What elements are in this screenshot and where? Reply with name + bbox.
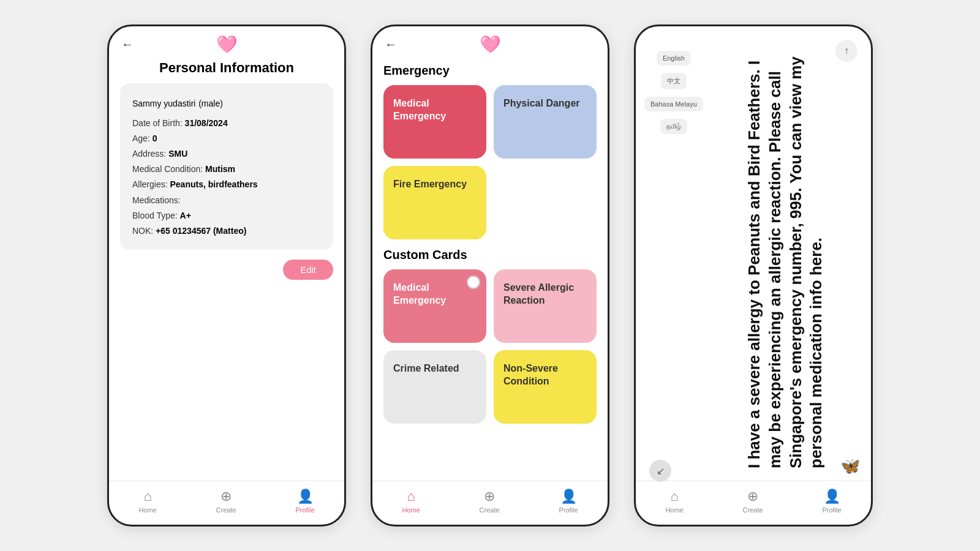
- phone3: ↑ English 中文 Bahasa Melayu தமிழ் I have …: [634, 24, 873, 527]
- home-icon: ⌂: [407, 489, 415, 504]
- nav-create-label: Create: [743, 506, 763, 514]
- phone2-content: Emergency Medical Emergency Physical Dan…: [372, 55, 608, 481]
- phone2-header: ← 🩷: [372, 26, 608, 55]
- page-title: Personal Information: [109, 55, 344, 83]
- nav-profile-label: Profile: [822, 506, 841, 514]
- lang-chinese[interactable]: 中文: [661, 73, 687, 89]
- nav-home-label: Home: [665, 506, 683, 514]
- patient-name: Sammy yudastiri (male): [132, 94, 321, 113]
- blood-row: Blood Type: A+: [132, 208, 321, 223]
- message-area: I have a severe allergy to Peanuts and B…: [708, 39, 871, 481]
- bottom-nav: ⌂ Home ⊕ Create 👤 Profile: [109, 481, 344, 525]
- create-icon: ⊕: [484, 489, 495, 504]
- language-sidebar: English 中文 Bahasa Melayu தமிழ்: [636, 39, 708, 481]
- severe-allergic-reaction-card[interactable]: Severe Allergic Reaction: [494, 269, 597, 343]
- nav-home[interactable]: ⌂ Home: [138, 489, 156, 514]
- address-row: Address: SMU: [132, 146, 321, 162]
- emergency-cards-grid: Medical Emergency Physical Danger Fire E…: [383, 85, 597, 239]
- condition-row: Medical Condition: Mutism: [132, 162, 321, 177]
- nav-home-label: Home: [138, 506, 156, 514]
- nav-create-label: Create: [216, 506, 236, 514]
- nav-create[interactable]: ⊕ Create: [216, 489, 236, 514]
- back-button[interactable]: ←: [385, 37, 397, 51]
- allergies-row: Allergies: Peanuts, birdfeathers: [132, 177, 321, 192]
- edit-button[interactable]: Edit: [283, 260, 333, 280]
- medical-emergency-card[interactable]: Medical Emergency: [383, 85, 486, 159]
- fire-emergency-card[interactable]: Fire Emergency: [383, 166, 486, 239]
- lang-tamil[interactable]: தமிழ்: [660, 119, 687, 134]
- custom-cards-grid: Medical Emergency Severe Allergic Reacti…: [383, 269, 597, 424]
- logo-butterfly-icon: 🦋: [840, 457, 860, 476]
- phone3-inner: English 中文 Bahasa Melayu தமிழ் I have a …: [636, 26, 871, 481]
- nav-profile-label: Profile: [295, 506, 314, 514]
- custom-medical-emergency-card[interactable]: Medical Emergency: [383, 269, 486, 343]
- lang-malay[interactable]: Bahasa Melayu: [644, 97, 703, 111]
- phone1: ← 🩷 Personal Information Sammy yudastiri…: [107, 24, 346, 527]
- nav-home[interactable]: ⌂ Home: [665, 489, 683, 514]
- create-icon: ⊕: [747, 489, 758, 504]
- physical-danger-card[interactable]: Physical Danger: [494, 85, 597, 159]
- profile-icon: 👤: [297, 489, 314, 504]
- back-button[interactable]: ←: [121, 37, 134, 51]
- dob-row: Date of Birth: 31/08/2024: [132, 116, 321, 131]
- phone2: ← 🩷 Emergency Medical Emergency Physical…: [371, 24, 609, 527]
- nav-home-label: Home: [402, 506, 420, 514]
- phone1-header: ← 🩷: [109, 26, 344, 55]
- bottom-nav: ⌂ Home ⊕ Create 👤 Profile: [372, 481, 608, 525]
- logo-icon: 🩷: [216, 34, 238, 54]
- home-icon: ⌂: [143, 489, 151, 504]
- up-button[interactable]: ↑: [835, 40, 858, 62]
- back-diagonal-button[interactable]: ↙: [649, 460, 671, 482]
- logo-icon: 🩷: [480, 34, 501, 54]
- info-card: Sammy yudastiri (male) Date of Birth: 31…: [120, 83, 333, 250]
- profile-icon: 👤: [824, 489, 840, 504]
- home-icon: ⌂: [670, 489, 678, 504]
- lang-english[interactable]: English: [657, 51, 691, 66]
- medications-row: Medications:: [132, 193, 321, 208]
- nav-profile[interactable]: 👤 Profile: [559, 489, 578, 514]
- nav-create-label: Create: [480, 506, 500, 514]
- non-severe-condition-card[interactable]: Non-Severe Condition: [494, 350, 597, 424]
- nav-profile[interactable]: 👤 Profile: [822, 489, 841, 514]
- nav-create[interactable]: ⊕ Create: [480, 489, 500, 514]
- nav-profile-label: Profile: [559, 506, 578, 514]
- custom-section-title: Custom Cards: [383, 248, 597, 262]
- crime-related-card[interactable]: Crime Related: [383, 350, 486, 424]
- nav-home[interactable]: ⌂ Home: [402, 489, 420, 514]
- create-icon: ⊕: [221, 489, 232, 504]
- toggle-indicator: [467, 276, 480, 289]
- nav-profile[interactable]: 👤 Profile: [295, 489, 314, 514]
- bottom-nav: ⌂ Home ⊕ Create 👤 Profile: [636, 481, 871, 525]
- profile-icon: 👤: [560, 489, 577, 504]
- nav-create[interactable]: ⊕ Create: [743, 489, 763, 514]
- nok-row: NOK: +65 01234567 (Matteo): [132, 223, 321, 239]
- emergency-message: I have a severe allergy to Peanuts and B…: [744, 51, 827, 468]
- emergency-section-title: Emergency: [383, 64, 597, 78]
- age-row: Age: 0: [132, 131, 321, 146]
